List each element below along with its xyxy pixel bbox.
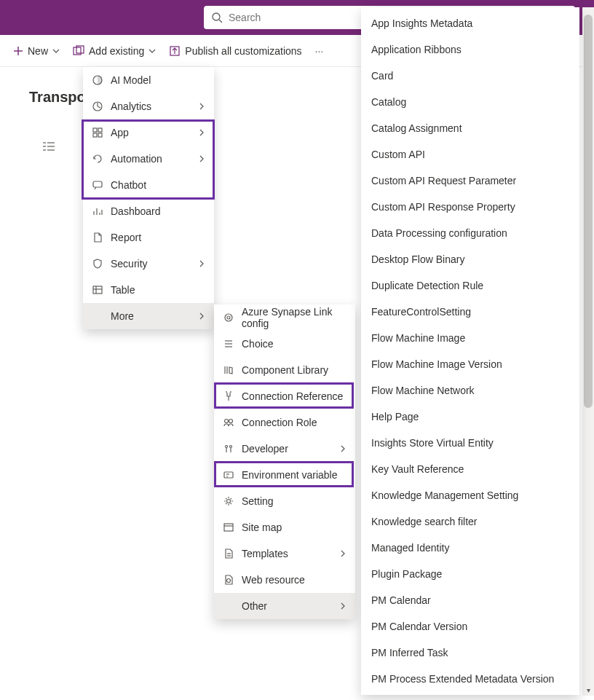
new-menu-item-dashboard[interactable]: Dashboard [83,198,214,224]
more-menu-item-choice[interactable]: Choice [214,331,355,357]
other-menu-item-pm-calendar[interactable]: PM Calendar [361,587,579,613]
other-menu-item-app-insights-metadata[interactable]: App Insights Metadata [361,10,579,36]
more-menu-item-connection-reference[interactable]: Connection Reference [214,383,355,409]
chevron-down-icon [148,47,156,55]
more-menu-item-setting[interactable]: Setting [214,488,355,514]
menu-item-label: Data Processing configuration [371,227,507,239]
component-library-icon [223,364,234,376]
chevron-right-icon [198,155,205,162]
svg-point-53 [227,579,231,583]
more-menu-item-developer[interactable]: Developer [214,436,355,462]
menu-item-label: PM Process Extended Metadata Version [371,673,554,685]
menu-item-label: Analytics [111,101,151,112]
menu-item-label: Duplicate Detection Rule [371,280,483,291]
other-menu-item-application-ribbons[interactable]: Application Ribbons [361,36,579,63]
new-label: New [28,45,48,57]
scroll-down-arrow[interactable]: ▾ [582,684,594,696]
menu-item-label: Managed Identity [371,542,449,554]
other-menu-item-card[interactable]: Card [361,63,579,89]
menu-item-label: Environment variable [242,469,338,481]
other-menu-item-data-processing-configuration[interactable]: Data Processing configuration [361,220,579,246]
other-menu-item-help-page[interactable]: Help Page [361,404,579,430]
menu-item-label: Table [111,284,135,296]
setting-icon [223,495,234,507]
other-menu-item-plugin-package[interactable]: Plugin Package [361,561,579,587]
other-menu-item-pm-process-extended-metadata-version[interactable]: PM Process Extended Metadata Version [361,666,579,692]
menu-item-label: Connection Reference [242,390,343,402]
new-menu-item-ai-model[interactable]: AI Model [83,67,214,93]
other-menu-item-knowledge-search-filter[interactable]: Knowledge search filter [361,508,579,535]
menu-item-label: Web resource [242,574,305,586]
choice-icon [223,338,234,350]
other-menu-item-custom-api-response-property[interactable]: Custom API Response Property [361,194,579,220]
more-menu-item-environment-variable[interactable]: Environment variable [214,462,355,488]
more-menu-item-templates[interactable]: Templates [214,540,355,567]
new-menu-item-more[interactable]: More [83,303,214,329]
new-menu-item-chatbot[interactable]: Chatbot [83,172,214,198]
new-menu-item-security[interactable]: Security [83,251,214,277]
new-menu-item-app[interactable]: App [83,119,214,146]
more-commands-button[interactable]: ··· [315,45,324,57]
more-menu-item-component-library[interactable]: Component Library [214,357,355,383]
svg-rect-45 [224,472,233,478]
new-button[interactable]: New [13,45,60,57]
other-menu-item-key-vault-reference[interactable]: Key Vault Reference [361,456,579,482]
add-existing-button[interactable]: Add existing [73,45,156,57]
new-menu-item-report[interactable]: Report [83,224,214,251]
svg-point-48 [227,500,231,503]
menu-item-label: Developer [242,443,288,455]
other-menu-item-featurecontrolsetting[interactable]: FeatureControlSetting [361,299,579,325]
azure-synapse-link-config-icon [223,312,234,323]
menu-item-label: Other [242,600,267,612]
svg-rect-28 [93,286,102,294]
other-menu-item-duplicate-detection-rule[interactable]: Duplicate Detection Rule [361,272,579,299]
svg-rect-21 [98,133,102,137]
other-menu-item-custom-api[interactable]: Custom API [361,141,579,168]
menu-item-label: Custom API Request Parameter [371,175,516,186]
other-icon [223,600,234,612]
new-menu-item-analytics[interactable]: Analytics [83,93,214,119]
menu-item-label: Key Vault Reference [371,463,464,475]
more-menu-item-web-resource[interactable]: Web resource [214,567,355,593]
web-resource-icon [223,574,234,586]
svg-point-31 [225,314,232,321]
other-menu-item-knowledge-management-setting[interactable]: Knowledge Management Setting [361,482,579,508]
other-menu-item-flow-machine-image-version[interactable]: Flow Machine Image Version [361,351,579,377]
other-menu-item-insights-store-virtual-entity[interactable]: Insights Store Virtual Entity [361,430,579,456]
menu-item-label: Desktop Flow Binary [371,253,464,265]
format-icon [42,141,55,154]
ellipsis-icon: ··· [315,45,324,57]
table-icon [92,284,103,296]
chevron-right-icon [198,103,205,110]
menu-item-label: Component Library [242,364,328,376]
more-menu-item-other[interactable]: Other [214,593,355,619]
more-menu-item-azure-synapse-link-config[interactable]: Azure Synapse Link config [214,304,355,331]
other-menu-item-catalog[interactable]: Catalog [361,89,579,115]
scrollbar[interactable]: ▾ [582,7,594,696]
new-menu-item-automation[interactable]: Automation [83,146,214,172]
publish-button[interactable]: Publish all customizations [169,45,301,57]
menu-item-label: Choice [242,338,274,350]
svg-rect-49 [224,524,233,531]
new-menu-item-table[interactable]: Table [83,277,214,303]
other-menu-item-catalog-assignment[interactable]: Catalog Assignment [361,115,579,141]
menu-item-label: Catalog [371,96,406,108]
publish-icon [169,45,181,57]
scroll-thumb[interactable] [584,15,593,408]
other-menu-item-custom-api-request-parameter[interactable]: Custom API Request Parameter [361,168,579,194]
other-menu-item-managed-identity[interactable]: Managed Identity [361,535,579,561]
connection-role-icon [223,417,234,428]
menu-item-label: Flow Machine Image [371,332,465,344]
svg-rect-19 [98,128,102,132]
other-menu-item-pm-inferred-task[interactable]: PM Inferred Task [361,640,579,666]
menu-item-label: Setting [242,495,274,507]
other-menu-item-flow-machine-image[interactable]: Flow Machine Image [361,325,579,351]
other-menu-item-desktop-flow-binary[interactable]: Desktop Flow Binary [361,246,579,272]
more-menu-item-site-map[interactable]: Site map [214,514,355,540]
other-menu-item-pm-calendar-version[interactable]: PM Calendar Version [361,613,579,640]
other-menu-item-flow-machine-network[interactable]: Flow Machine Network [361,377,579,404]
more-menu-item-connection-role[interactable]: Connection Role [214,409,355,436]
menu-item-label: Application Ribbons [371,44,462,55]
chevron-right-icon [198,312,205,320]
menu-item-label: FeatureControlSetting [371,306,471,318]
